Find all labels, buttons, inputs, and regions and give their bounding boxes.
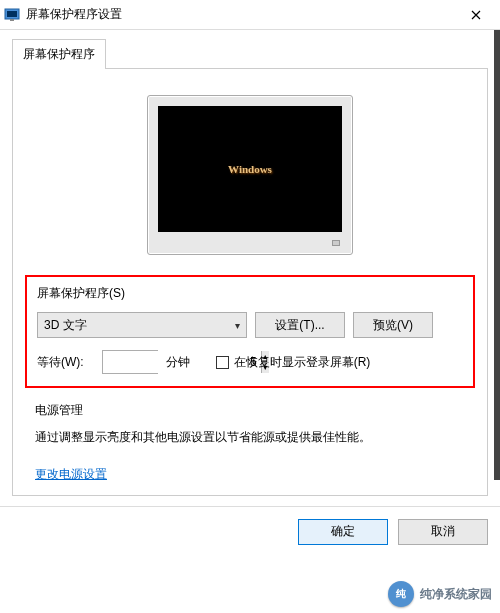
wait-label: 等待(W): bbox=[37, 354, 84, 371]
power-section: 电源管理 通过调整显示亮度和其他电源设置以节省能源或提供最佳性能。 更改电源设置 bbox=[25, 402, 475, 483]
screensaver-dropdown[interactable]: 3D 文字 ▾ bbox=[37, 312, 247, 338]
screensaver-dropdown-value: 3D 文字 bbox=[44, 317, 87, 334]
change-power-settings-link[interactable]: 更改电源设置 bbox=[35, 467, 107, 481]
resume-checkbox-wrap[interactable]: 在恢复时显示登录屏幕(R) bbox=[216, 354, 371, 371]
right-edge-decoration bbox=[494, 30, 500, 480]
watermark: 纯 纯净系统家园 bbox=[388, 581, 492, 607]
watermark-text: 纯净系统家园 bbox=[420, 586, 492, 603]
svg-rect-1 bbox=[7, 11, 17, 17]
wait-unit: 分钟 bbox=[166, 354, 190, 371]
wait-spinner[interactable]: ▲ ▼ bbox=[102, 350, 158, 374]
monitor-screen: Windows bbox=[158, 106, 342, 232]
tab-screensaver[interactable]: 屏幕保护程序 bbox=[12, 39, 106, 69]
titlebar-title: 屏幕保护程序设置 bbox=[26, 6, 456, 23]
preview-area: Windows bbox=[25, 95, 475, 255]
svg-rect-2 bbox=[10, 19, 14, 21]
resume-checkbox[interactable] bbox=[216, 356, 229, 369]
settings-button[interactable]: 设置(T)... bbox=[255, 312, 345, 338]
app-icon bbox=[4, 7, 20, 23]
wait-row: 等待(W): ▲ ▼ 分钟 在恢复时显示登录屏幕(R) bbox=[37, 350, 463, 374]
monitor-power-indicator bbox=[332, 240, 340, 246]
screensaver-group-label: 屏幕保护程序(S) bbox=[37, 285, 463, 302]
screensaver-select-row: 3D 文字 ▾ 设置(T)... 预览(V) bbox=[37, 312, 463, 338]
dialog-button-row: 确定 取消 bbox=[0, 506, 500, 545]
ok-button[interactable]: 确定 bbox=[298, 519, 388, 545]
tab-panel: Windows 屏幕保护程序(S) 3D 文字 ▾ 设置(T)... 预览(V)… bbox=[12, 68, 488, 496]
resume-checkbox-label: 在恢复时显示登录屏幕(R) bbox=[234, 354, 371, 371]
tab-strip: 屏幕保护程序 bbox=[12, 38, 500, 68]
close-button[interactable] bbox=[456, 1, 496, 29]
preview-text: Windows bbox=[228, 163, 272, 175]
titlebar: 屏幕保护程序设置 bbox=[0, 0, 500, 30]
preview-button[interactable]: 预览(V) bbox=[353, 312, 433, 338]
power-description: 通过调整显示亮度和其他电源设置以节省能源或提供最佳性能。 bbox=[35, 429, 465, 446]
monitor-preview: Windows bbox=[147, 95, 353, 255]
screensaver-group-highlight: 屏幕保护程序(S) 3D 文字 ▾ 设置(T)... 预览(V) 等待(W): … bbox=[25, 275, 475, 388]
watermark-badge-icon: 纯 bbox=[388, 581, 414, 607]
cancel-button[interactable]: 取消 bbox=[398, 519, 488, 545]
power-title: 电源管理 bbox=[35, 402, 465, 419]
chevron-down-icon: ▾ bbox=[235, 320, 240, 331]
